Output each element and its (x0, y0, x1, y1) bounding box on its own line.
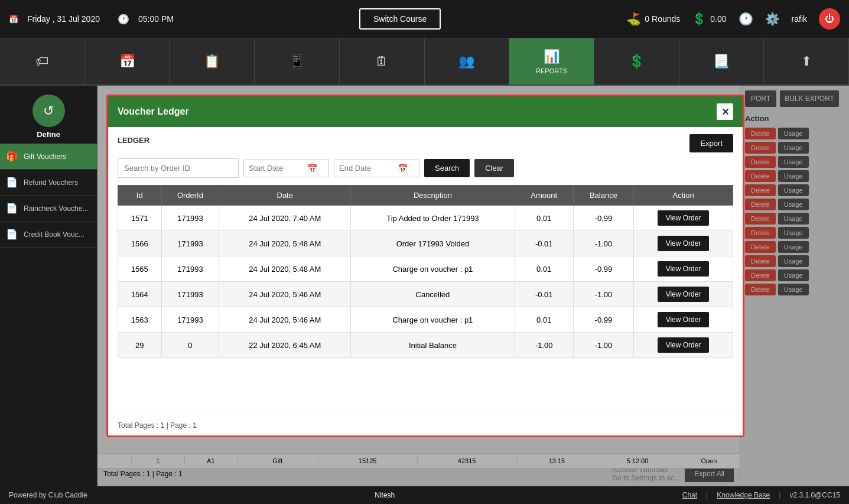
mobile-icon: 📱 (289, 54, 305, 69)
navtab-reports[interactable]: 📊REPORTS (509, 38, 594, 84)
gift-icon: 🎁 (6, 151, 18, 162)
chat-link[interactable]: Chat (682, 491, 697, 499)
col-description: Description (351, 186, 515, 206)
cell-orderid-3: 171993 (161, 282, 219, 307)
logo-circle: ↺ (32, 95, 65, 127)
end-date-input[interactable] (339, 164, 395, 173)
currency-icon: 💲 (692, 12, 707, 26)
ledger-section-label: LEDGER (118, 136, 149, 145)
navtab-barcode[interactable]: 🏷 (0, 38, 85, 84)
navtab-up[interactable]: ⬆ (764, 38, 849, 84)
cell-description-3: Cancelled (351, 282, 515, 307)
clock-icon: 🕐 (118, 14, 129, 25)
cell-orderid-0: 171993 (161, 206, 219, 231)
cell-amount-0: 0.01 (515, 206, 573, 231)
cell-date-2: 24 Jul 2020, 5:48 AM (219, 256, 351, 282)
reports-icon: 📊 (544, 49, 560, 64)
settings-icon[interactable]: ⚙️ (765, 12, 780, 26)
modal-title: Voucher Ledger (118, 106, 189, 117)
rounds-group: ⛳ 0 Rounds (626, 12, 680, 26)
navtab-mobile[interactable]: 📱 (255, 38, 340, 84)
ledger-row-4: 1563 171993 24 Jul 2020, 5:46 AM Charge … (118, 307, 733, 333)
bottom-right: Chat | Knowledge Base | v2.3.1.0@CC15 (682, 491, 840, 499)
view-order-button-0[interactable]: View Order (658, 210, 710, 226)
knowledge-link[interactable]: Knowledge Base (717, 491, 770, 499)
doc-icon: 📃 (713, 54, 729, 69)
modal-toolbar: LEDGER Export (118, 134, 733, 152)
navtab-doc[interactable]: 📃 (679, 38, 765, 84)
content-area: PORT BULK EXPORT Action DeleteUsage Dele… (97, 86, 849, 504)
cell-description-1: Order 171993 Voided (351, 231, 515, 256)
user-name: rafik (792, 14, 807, 24)
clear-button[interactable]: Clear (474, 159, 514, 177)
ledger-row-5: 29 0 22 Jul 2020, 6:45 AM Initial Balanc… (118, 333, 733, 358)
sidebar-item-refund-vouchers[interactable]: 📄 Refund Vouchers (0, 170, 97, 196)
sidebar-item-refund-label: Refund Vouchers (24, 178, 78, 187)
users-icon: 👥 (458, 54, 474, 69)
cell-date-1: 24 Jul 2020, 5:48 AM (219, 231, 351, 256)
modal-close-button[interactable]: ✕ (717, 103, 733, 120)
col-balance: Balance (573, 186, 633, 206)
up-icon: ⬆ (801, 54, 812, 69)
navtab-users[interactable]: 👥 (425, 38, 510, 84)
sidebar-item-credit-book[interactable]: 📄 Credit Book Vouc... (0, 222, 97, 248)
cell-balance-5: -1.00 (573, 333, 633, 358)
raincheck-icon: 📄 (6, 203, 18, 214)
power-button[interactable]: ⏻ (819, 8, 840, 30)
cell-amount-4: 0.01 (515, 307, 573, 333)
cell-id-2: 1565 (118, 256, 162, 282)
col-id: Id (118, 186, 162, 206)
export-button[interactable]: Export (689, 134, 733, 152)
cell-amount-1: -0.01 (515, 231, 573, 256)
current-user: Nitesh (375, 491, 395, 499)
view-order-button-1[interactable]: View Order (658, 236, 710, 251)
cell-balance-0: -0.99 (573, 206, 633, 231)
switch-course-button[interactable]: Switch Course (359, 8, 441, 30)
ledger-row-0: 1571 171993 24 Jul 2020, 7:40 AM Tip Add… (118, 206, 733, 231)
cell-action-2: View Order (634, 256, 733, 282)
col-amount: Amount (515, 186, 573, 206)
cell-balance-3: -1.00 (573, 282, 633, 307)
view-order-button-2[interactable]: View Order (658, 261, 710, 277)
navtab-calendar1[interactable]: 📅 (85, 38, 170, 84)
view-order-button-4[interactable]: View Order (658, 312, 710, 327)
cell-id-3: 1564 (118, 282, 162, 307)
cell-description-4: Charge on voucher : p1 (351, 307, 515, 333)
cell-balance-1: -1.00 (573, 231, 633, 256)
cell-balance-4: -0.99 (573, 307, 633, 333)
navtab-calendar2[interactable]: 📋 (170, 38, 255, 84)
sidebar-item-raincheck[interactable]: 📄 Raincheck Vouche... (0, 196, 97, 222)
balance-value: 0.00 (710, 14, 726, 24)
cell-id-0: 1571 (118, 206, 162, 231)
cell-id-1: 1566 (118, 231, 162, 256)
col-action: Action (634, 186, 733, 206)
cell-date-3: 24 Jul 2020, 5:46 AM (219, 282, 351, 307)
cell-description-5: Initial Balance (351, 333, 515, 358)
view-order-button-5[interactable]: View Order (658, 337, 710, 353)
cell-action-1: View Order (634, 231, 733, 256)
history-icon[interactable]: 🕐 (739, 12, 753, 26)
cell-date-4: 24 Jul 2020, 5:46 AM (219, 307, 351, 333)
cell-description-2: Charge on voucher : p1 (351, 256, 515, 282)
rounds-label: 0 Rounds (645, 14, 680, 24)
search-button[interactable]: Search (424, 159, 470, 177)
ledger-table-header: Id OrderId Date Description Amount Balan… (118, 186, 733, 206)
sidebar-item-credit-label: Credit Book Vouc... (24, 230, 84, 239)
topbar: 📅 Friday , 31 Jul 2020 🕐 05:00 PM Switch… (0, 0, 849, 38)
view-order-button-3[interactable]: View Order (658, 287, 710, 302)
start-date-input[interactable] (249, 164, 305, 173)
ledger-row-2: 1565 171993 24 Jul 2020, 5:48 AM Charge … (118, 256, 733, 282)
separator-2: | (779, 491, 780, 499)
cell-orderid-2: 171993 (161, 256, 219, 282)
topbar-date: Friday , 31 Jul 2020 (27, 14, 100, 24)
col-date: Date (219, 186, 351, 206)
modal-body: LEDGER Export 📅 📅 (108, 127, 743, 415)
sidebar-title: Define (37, 130, 60, 139)
search-input[interactable] (118, 158, 239, 178)
sidebar: ↺ Define 🎁 Gift Vouchers 📄 Refund Vouche… (0, 86, 97, 504)
bottom-bar: Powered by Club Caddie Nitesh Chat | Kno… (0, 486, 849, 504)
navtab-dollar[interactable]: 💲 (594, 38, 679, 84)
sidebar-item-gift-vouchers[interactable]: 🎁 Gift Vouchers (0, 144, 97, 170)
sidebar-item-gift-label: Gift Vouchers (24, 152, 66, 161)
navtab-calendar3[interactable]: 🗓 (340, 38, 425, 84)
